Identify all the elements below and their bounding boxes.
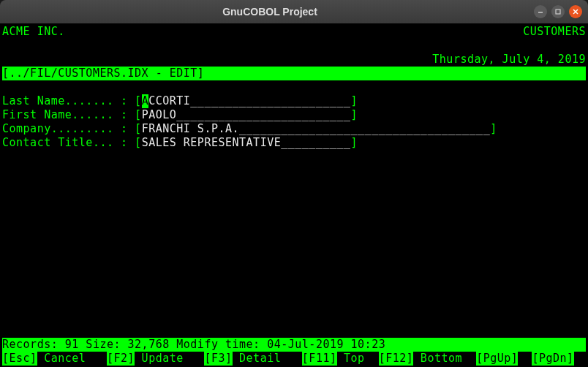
header-row: ACME INC. CUSTOMERS	[2, 25, 586, 39]
close-icon[interactable]	[569, 5, 582, 18]
bracket-open: [	[135, 122, 142, 136]
blank-row	[2, 39, 586, 53]
company-input[interactable]: FRANCHI S.P.A.	[142, 122, 239, 136]
field-contact-title: Contact Title... : [ SALES REPRESENTATIV…	[2, 136, 586, 150]
bracket-open: [	[135, 108, 142, 122]
key-f12-label: Bottom	[413, 352, 476, 366]
key-f3-label: Detail	[233, 352, 302, 366]
bracket-open: [	[135, 94, 142, 108]
last-name-pad[interactable]: _______________________	[190, 94, 350, 108]
bracket-close: ]	[351, 108, 358, 122]
company-label: Company......... :	[2, 122, 135, 136]
key-pgup[interactable]: [PgUp]	[476, 352, 518, 366]
blank-row-2	[2, 80, 586, 94]
maximize-icon[interactable]	[551, 5, 565, 18]
first-name-label: First Name...... :	[2, 108, 135, 122]
key-f2-label: Update	[135, 352, 204, 366]
file-title: [../FIL/CUSTOMERS.IDX - EDIT]	[2, 67, 586, 80]
header-date: Thursday, July 4, 2019	[432, 53, 586, 67]
window-title: GnuCOBOL Project	[6, 6, 534, 18]
terminal-screen: ACME INC. CUSTOMERS Thursday, July 4, 20…	[0, 23, 588, 367]
contact-title-pad[interactable]: __________	[281, 136, 350, 150]
file-title-row: [../FIL/CUSTOMERS.IDX - EDIT]	[2, 67, 586, 80]
field-company: Company......... : [ FRANCHI S.P.A. ____…	[2, 122, 586, 136]
key-pgdn[interactable]: [PgDn]	[532, 352, 573, 366]
field-last-name: Last Name....... : [ A CCORTI __________…	[2, 94, 586, 108]
key-f11[interactable]: [F11]	[302, 352, 337, 366]
date-row: Thursday, July 4, 2019	[2, 53, 586, 67]
bracket-close: ]	[351, 136, 358, 150]
last-name-label: Last Name....... :	[2, 94, 135, 108]
key-f11-label: Top	[337, 352, 379, 366]
header-company: ACME INC.	[2, 25, 65, 39]
key-bar: [Esc] Cancel [F2] Update [F3] Detail [F1…	[2, 352, 586, 366]
last-name-input[interactable]: CCORTI	[148, 94, 190, 108]
contact-title-label: Contact Title... :	[2, 136, 135, 150]
key-f2[interactable]: [F2]	[107, 352, 135, 366]
window-buttons	[534, 5, 582, 18]
bracket-open: [	[135, 136, 142, 150]
footer: Records: 91 Size: 32,768 Modify time: 04…	[2, 338, 586, 366]
bracket-close: ]	[490, 122, 497, 136]
window-titlebar: GnuCOBOL Project	[0, 0, 588, 23]
first-name-pad[interactable]: _________________________	[176, 108, 350, 122]
minimize-icon[interactable]	[534, 5, 547, 18]
contact-title-input[interactable]: SALES REPRESENTATIVE	[142, 136, 282, 150]
key-esc-label: Cancel	[37, 352, 107, 366]
key-f3[interactable]: [F3]	[204, 352, 232, 366]
field-first-name: First Name...... : [ PAOLO _____________…	[2, 108, 586, 122]
company-pad[interactable]: ____________________________________	[239, 122, 490, 136]
key-pgup-label	[518, 352, 532, 366]
status-line: Records: 91 Size: 32,768 Modify time: 04…	[2, 338, 586, 352]
status-text: Records: 91 Size: 32,768 Modify time: 04…	[2, 338, 385, 352]
bracket-close: ]	[351, 94, 358, 108]
svg-rect-1	[556, 10, 560, 14]
key-f12[interactable]: [F12]	[379, 352, 414, 366]
header-module: CUSTOMERS	[523, 25, 586, 39]
key-esc[interactable]: [Esc]	[2, 352, 37, 366]
first-name-input[interactable]: PAOLO	[142, 108, 177, 122]
cursor: A	[142, 94, 149, 108]
